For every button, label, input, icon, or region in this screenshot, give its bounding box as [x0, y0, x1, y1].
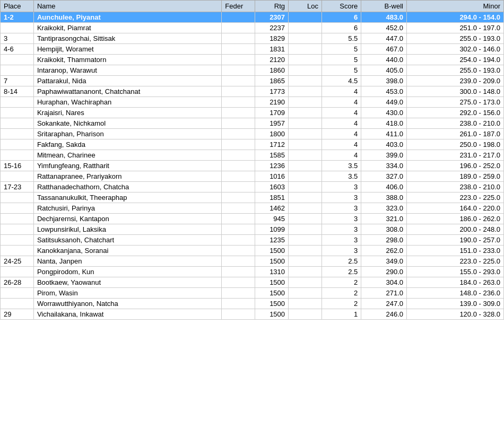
cell-place: 1-2: [1, 12, 34, 23]
cell-score: 2: [321, 299, 361, 309]
cell-rtg: 1709: [255, 108, 289, 118]
cell-minor: 231.0 - 217.0: [407, 150, 504, 161]
table-row: Lowpunsirikul, Laksika10993308.0200.0 - …: [1, 224, 504, 235]
cell-feder: [222, 129, 255, 139]
cell-minor: 200.0 - 248.0: [407, 224, 504, 235]
cell-name: Pirom, Wasin: [33, 288, 221, 299]
cell-loc: [289, 139, 322, 150]
cell-feder: [222, 12, 255, 23]
cell-bwell: 483.0: [361, 12, 407, 23]
cell-place: [1, 288, 34, 299]
cell-feder: [222, 65, 255, 76]
cell-bwell: 440.0: [361, 55, 407, 65]
cell-name: Intaranop, Warawut: [33, 65, 221, 76]
cell-loc: [289, 150, 322, 161]
table-row: Pirom, Wasin15002271.0148.0 - 236.0: [1, 288, 504, 299]
cell-place: [1, 214, 34, 224]
cell-name: Bootkaew, Yaowanut: [33, 277, 221, 288]
cell-place: 4-6: [1, 44, 34, 55]
cell-place: [1, 118, 34, 129]
cell-minor: 261.0 - 187.0: [407, 129, 504, 139]
cell-feder: [222, 309, 255, 320]
cell-bwell: 349.0: [361, 256, 407, 267]
cell-bwell: 290.0: [361, 267, 407, 277]
cell-place: [1, 97, 34, 108]
cell-loc: [289, 192, 322, 203]
cell-score: 2.5: [321, 256, 361, 267]
cell-bwell: 403.0: [361, 139, 407, 150]
cell-rtg: 1500: [255, 256, 289, 267]
cell-rtg: 1500: [255, 246, 289, 256]
cell-loc: [289, 108, 322, 118]
cell-bwell: 467.0: [361, 44, 407, 55]
cell-bwell: 418.0: [361, 118, 407, 129]
cell-place: 7: [1, 76, 34, 86]
header-name: Name: [33, 1, 221, 12]
cell-score: 5: [321, 55, 361, 65]
cell-place: [1, 192, 34, 203]
cell-score: 4: [321, 139, 361, 150]
cell-name: Huraphan, Wachiraphan: [33, 97, 221, 108]
cell-name: Mitmean, Charinee: [33, 150, 221, 161]
cell-place: [1, 55, 34, 65]
cell-score: 3: [321, 214, 361, 224]
cell-score: 4: [321, 118, 361, 129]
cell-rtg: 1800: [255, 129, 289, 139]
table-row: 7Pattarakul, Nida18654.5398.0239.0 - 209…: [1, 76, 504, 86]
cell-rtg: 1712: [255, 139, 289, 150]
cell-name: Lowpunsirikul, Laksika: [33, 224, 221, 235]
cell-minor: 254.0 - 194.0: [407, 55, 504, 65]
cell-minor: 294.0 - 154.0: [407, 12, 504, 23]
cell-place: [1, 129, 34, 139]
cell-place: 3: [1, 33, 34, 44]
cell-bwell: 430.0: [361, 108, 407, 118]
table-row: 29Vichailakana, Inkawat15001246.0120.0 -…: [1, 309, 504, 320]
cell-place: 15-16: [1, 161, 34, 171]
cell-rtg: 1865: [255, 76, 289, 86]
cell-name: Kanokkanjana, Soranai: [33, 246, 221, 256]
cell-minor: 148.0 - 236.0: [407, 288, 504, 299]
table-row: Huraphan, Wachiraphan21904449.0275.0 - 1…: [1, 97, 504, 108]
table-row: Pongpirodom, Kun13102.5290.0155.0 - 293.…: [1, 267, 504, 277]
table-row: 1-2Aunchulee, Piyanat23076483.0294.0 - 1…: [1, 12, 504, 23]
cell-feder: [222, 55, 255, 65]
cell-score: 4: [321, 86, 361, 97]
table-row: Dechjarernsi, Kantapon9453321.0186.0 - 2…: [1, 214, 504, 224]
table-row: Ratchusiri, Parinya14623323.0164.0 - 220…: [1, 203, 504, 214]
cell-name: Ratchusiri, Parinya: [33, 203, 221, 214]
cell-feder: [222, 256, 255, 267]
standings-table: Place Name Feder Rtg Loc Score B-well Mi…: [0, 0, 504, 320]
cell-feder: [222, 277, 255, 288]
cell-score: 2.5: [321, 267, 361, 277]
cell-rtg: 1500: [255, 288, 289, 299]
cell-name: Satitsuksanoh, Chatchart: [33, 235, 221, 246]
table-row: 17-23Ratthanadechathorn, Chatcha16033406…: [1, 182, 504, 192]
cell-score: 5: [321, 44, 361, 55]
cell-score: 3.5: [321, 171, 361, 182]
cell-score: 2: [321, 277, 361, 288]
cell-minor: 223.0 - 225.0: [407, 192, 504, 203]
cell-name: Sritaraphan, Pharison: [33, 129, 221, 139]
cell-feder: [222, 235, 255, 246]
cell-loc: [289, 171, 322, 182]
cell-rtg: 1500: [255, 299, 289, 309]
cell-minor: 302.0 - 146.0: [407, 44, 504, 55]
cell-feder: [222, 182, 255, 192]
cell-loc: [289, 309, 322, 320]
cell-name: Ratthanadechathorn, Chatcha: [33, 182, 221, 192]
cell-bwell: 411.0: [361, 129, 407, 139]
cell-rtg: 1235: [255, 235, 289, 246]
header-bwell: B-well: [361, 1, 407, 12]
cell-rtg: 1829: [255, 33, 289, 44]
table-row: Sritaraphan, Pharison18004411.0261.0 - 1…: [1, 129, 504, 139]
cell-minor: 250.0 - 198.0: [407, 139, 504, 150]
cell-feder: [222, 97, 255, 108]
cell-minor: 190.0 - 257.0: [407, 235, 504, 246]
cell-name: Tantiprasongchai, Sittisak: [33, 33, 221, 44]
cell-name: Paphawiwattananont, Chatchanat: [33, 86, 221, 97]
cell-feder: [222, 76, 255, 86]
cell-feder: [222, 86, 255, 97]
table-row: Tassananukulkit, Theeraphap18513388.0223…: [1, 192, 504, 203]
table-row: 4-6Hempijit, Woramet18315467.0302.0 - 14…: [1, 44, 504, 55]
cell-score: 3: [321, 182, 361, 192]
